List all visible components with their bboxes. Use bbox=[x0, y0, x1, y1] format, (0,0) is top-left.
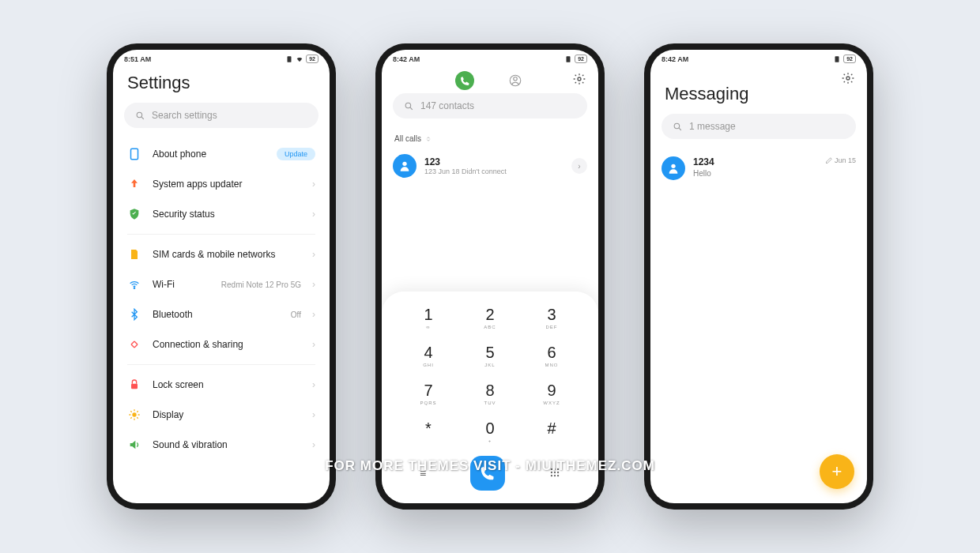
key-2[interactable]: 2ABC bbox=[459, 301, 521, 334]
phone-dialer: 8:42 AM 92 147 contacts All calls 123 12… bbox=[375, 43, 605, 510]
status-time: 8:42 AM bbox=[662, 55, 688, 63]
key-star[interactable]: * bbox=[398, 415, 459, 448]
search-placeholder: 147 contacts bbox=[420, 100, 474, 111]
upload-icon bbox=[127, 177, 141, 191]
sim-icon bbox=[833, 55, 841, 63]
chevron-right-icon: › bbox=[312, 339, 315, 350]
search-icon bbox=[673, 122, 683, 132]
battery-icon: 92 bbox=[306, 55, 318, 63]
svg-point-10 bbox=[405, 103, 411, 108]
phone-settings: 8:51 AM 92 Settings Search settings Abou… bbox=[107, 43, 336, 510]
chevron-right-icon: › bbox=[312, 379, 315, 390]
chevron-right-icon: › bbox=[312, 409, 315, 420]
chevron-right-icon: › bbox=[312, 439, 315, 450]
chevron-right-icon: › bbox=[312, 309, 315, 320]
battery-icon: 92 bbox=[843, 55, 856, 63]
svg-point-11 bbox=[402, 162, 406, 166]
chevron-right-icon: › bbox=[312, 179, 315, 190]
key-9[interactable]: 9WXYZ bbox=[521, 377, 582, 410]
battery-icon: 92 bbox=[575, 55, 587, 63]
bluetooth-icon bbox=[127, 307, 141, 322]
svg-point-5 bbox=[132, 412, 136, 416]
row-label: System apps updater bbox=[153, 179, 301, 190]
key-1[interactable]: 1∞ bbox=[398, 301, 459, 334]
page-title: Settings bbox=[113, 65, 330, 103]
row-system-updater[interactable]: System apps updater › bbox=[113, 169, 330, 199]
tab-contacts[interactable] bbox=[506, 71, 525, 90]
status-time: 8:51 AM bbox=[124, 55, 151, 63]
key-hash[interactable]: # bbox=[521, 415, 582, 448]
sim-icon bbox=[127, 247, 141, 261]
row-label: Display bbox=[153, 409, 301, 420]
call-log-item[interactable]: 123 123 Jun 18 Didn't connect › bbox=[382, 148, 598, 184]
call-name: 123 bbox=[424, 156, 564, 167]
avatar bbox=[393, 154, 416, 178]
row-label: Connection & sharing bbox=[153, 339, 301, 350]
row-security[interactable]: Security status › bbox=[113, 199, 330, 229]
divider bbox=[127, 364, 315, 365]
tab-phone[interactable] bbox=[455, 71, 474, 90]
row-sound[interactable]: Sound & vibration › bbox=[113, 430, 330, 460]
key-5[interactable]: 5JKL bbox=[459, 339, 521, 372]
svg-point-9 bbox=[578, 77, 581, 81]
settings-icon[interactable] bbox=[842, 72, 854, 88]
svg-point-8 bbox=[514, 77, 518, 81]
status-icons: 92 bbox=[564, 55, 587, 63]
message-preview: Hello bbox=[693, 169, 817, 178]
detail-button[interactable]: › bbox=[571, 158, 587, 174]
key-0[interactable]: 0+ bbox=[459, 415, 521, 448]
screen-settings: 8:51 AM 92 Settings Search settings Abou… bbox=[113, 50, 330, 503]
message-item[interactable]: 1234 Hello Jun 15 bbox=[650, 150, 867, 186]
status-icons: 92 bbox=[285, 55, 318, 63]
key-3[interactable]: 3DEF bbox=[521, 301, 582, 334]
statusbar: 8:42 AM 92 bbox=[382, 50, 598, 65]
shield-icon bbox=[127, 207, 141, 221]
compose-button[interactable]: + bbox=[820, 454, 854, 489]
svg-point-23 bbox=[674, 123, 680, 129]
row-label: Sound & vibration bbox=[153, 439, 301, 450]
status-time: 8:42 AM bbox=[393, 55, 420, 63]
row-display[interactable]: Display › bbox=[113, 400, 330, 430]
call-subtitle: 123 Jun 18 Didn't connect bbox=[424, 167, 564, 175]
phone-icon bbox=[127, 147, 141, 161]
key-6[interactable]: 6MNO bbox=[521, 339, 582, 372]
status-icons: 92 bbox=[833, 55, 856, 63]
draft-icon bbox=[825, 157, 832, 164]
lock-icon bbox=[127, 378, 141, 392]
search-messages[interactable]: 1 message bbox=[662, 114, 856, 139]
row-label: About phone bbox=[153, 149, 266, 160]
search-placeholder: Search settings bbox=[152, 110, 217, 121]
search-icon bbox=[135, 111, 145, 121]
key-8[interactable]: 8TUV bbox=[459, 377, 521, 410]
row-wifi[interactable]: Wi-Fi Redmi Note 12 Pro 5G › bbox=[113, 269, 330, 299]
wifi-icon bbox=[296, 55, 303, 63]
search-input[interactable]: Search settings bbox=[124, 103, 318, 128]
row-sim[interactable]: SIM cards & mobile networks › bbox=[113, 239, 330, 269]
row-label: Wi-Fi bbox=[153, 279, 210, 290]
svg-point-3 bbox=[134, 288, 134, 288]
key-4[interactable]: 4GHI bbox=[398, 339, 459, 372]
settings-icon[interactable] bbox=[573, 73, 586, 88]
message-name: 1234 bbox=[693, 156, 817, 167]
row-connection[interactable]: Connection & sharing › bbox=[113, 329, 330, 359]
sort-icon bbox=[425, 136, 432, 142]
row-bluetooth[interactable]: Bluetooth Off › bbox=[113, 299, 330, 329]
svg-point-24 bbox=[671, 164, 675, 168]
page-title: Messaging bbox=[650, 65, 867, 114]
chevron-right-icon: › bbox=[312, 249, 315, 260]
statusbar: 8:42 AM 92 bbox=[650, 50, 867, 65]
search-contacts[interactable]: 147 contacts bbox=[393, 93, 587, 118]
row-about-phone[interactable]: About phone Update bbox=[113, 139, 330, 169]
chevron-right-icon: › bbox=[312, 279, 315, 290]
svg-point-20 bbox=[557, 474, 559, 476]
row-lockscreen[interactable]: Lock screen › bbox=[113, 370, 330, 400]
row-value: Redmi Note 12 Pro 5G bbox=[221, 280, 301, 289]
divider bbox=[127, 234, 315, 235]
row-value: Off bbox=[291, 310, 301, 319]
message-date: Jun 15 bbox=[825, 156, 856, 164]
search-placeholder: 1 message bbox=[689, 121, 736, 132]
filter-dropdown[interactable]: All calls bbox=[382, 130, 598, 148]
svg-rect-6 bbox=[567, 56, 571, 62]
key-7[interactable]: 7PQRS bbox=[398, 377, 459, 410]
svg-point-18 bbox=[551, 474, 552, 476]
